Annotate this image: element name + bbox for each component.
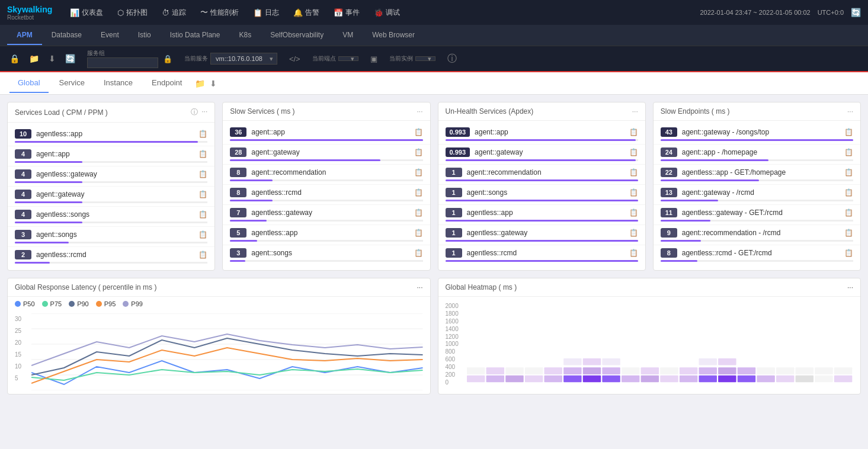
tab-k8s[interactable]: K8s — [229, 26, 261, 45]
heatmap-more-icon[interactable]: ··· — [847, 283, 853, 291]
more-icon[interactable]: ··· — [632, 107, 638, 116]
more-icon[interactable]: ··· — [201, 107, 207, 117]
copy-icon[interactable]: 📋 — [844, 249, 853, 257]
copy-icon[interactable]: 📋 — [198, 170, 207, 178]
service-bar: 🔒 📁 ⬇ 🔄 服务组 🔒 当前服务 vm::10.76.0.108 </> 当… — [0, 46, 868, 72]
copy-icon[interactable]: 📋 — [629, 168, 638, 177]
event-icon: 📅 — [334, 8, 343, 17]
tab-istio-data-plane[interactable]: Istio Data Plane — [161, 26, 230, 45]
row-inner: 1 agentless::gateway 📋 — [446, 228, 638, 242]
refresh-icon[interactable]: 🔄 — [63, 52, 78, 66]
nav-log[interactable]: 📋 日志 — [247, 5, 285, 20]
badge: 3 — [230, 248, 246, 258]
svg-rect-38 — [699, 367, 716, 374]
info-icon-panel[interactable]: ⓘ — [191, 107, 198, 117]
service-name: agentless::rcmd — [36, 251, 194, 259]
progress-bar — [446, 139, 638, 141]
copy-icon[interactable]: 📋 — [198, 210, 207, 219]
svg-rect-31 — [563, 367, 581, 374]
nav-event[interactable]: 📅 事件 — [328, 5, 366, 20]
tab-istio[interactable]: Istio — [129, 26, 161, 45]
nav-dashboard[interactable]: 📊 仪表盘 — [64, 5, 109, 20]
endpoint-name: agent::recommendation - /rcmd — [682, 229, 840, 237]
tab-web-browser[interactable]: Web Browser — [363, 26, 424, 45]
copy-icon[interactable]: 📋 — [198, 150, 207, 158]
tab-apm[interactable]: APM — [7, 26, 42, 45]
copy-icon[interactable]: 📋 — [629, 209, 638, 217]
service-name: agentless::gateway — [467, 229, 624, 237]
copy-icon[interactable]: 📋 — [629, 148, 638, 156]
more-icon[interactable]: ··· — [847, 107, 853, 116]
copy-icon[interactable]: 📋 — [414, 249, 423, 257]
latency-more-icon[interactable]: ··· — [417, 283, 422, 291]
list-item: 13 agent::gateway - /rcmd 📋 — [654, 185, 860, 205]
progress-bar — [230, 159, 422, 161]
svg-rect-49 — [602, 358, 620, 365]
copy-icon[interactable]: 📋 — [844, 188, 853, 197]
copy-icon[interactable]: 📋 — [844, 128, 853, 136]
svg-rect-51 — [718, 358, 736, 365]
list-item: 36 agent::app 📋 — [223, 124, 430, 145]
copy-icon[interactable]: 📋 — [844, 148, 853, 156]
copy-icon[interactable]: 📋 — [198, 190, 207, 198]
subtab-instance[interactable]: Instance — [95, 73, 141, 93]
nav-trace[interactable]: ⏱ 追踪 — [156, 5, 192, 20]
folder-icon[interactable]: 📁 — [27, 52, 41, 66]
copy-icon[interactable]: 📋 — [414, 168, 423, 177]
subtab-service[interactable]: Service — [51, 73, 93, 93]
copy-icon[interactable]: 📋 — [414, 188, 423, 197]
badge: 4 — [15, 190, 31, 199]
copy-icon[interactable]: 📋 — [844, 209, 853, 217]
current-instance-value[interactable] — [415, 56, 435, 61]
row-top: 9 agent::recommendation - /rcmd 📋 — [661, 228, 853, 238]
copy-icon[interactable]: 📋 — [629, 188, 638, 197]
current-endpoint-value[interactable] — [338, 56, 358, 61]
nav-profiling[interactable]: 〜 性能剖析 — [194, 5, 245, 20]
subtab-endpoint[interactable]: Endpoint — [143, 73, 190, 93]
tab-database[interactable]: Database — [42, 26, 91, 45]
copy-icon[interactable]: 📋 — [414, 128, 423, 136]
copy-icon[interactable]: 📋 — [629, 229, 638, 237]
row-top: 8 agent::recommendation 📋 — [230, 168, 422, 177]
svg-rect-14 — [622, 376, 639, 383]
heatmap-area: 2000180016001400120010008006004002000 — [438, 297, 861, 392]
panel-slow-services-body: 36 agent::app 📋 28 agent::gateway 📋 — [223, 121, 430, 268]
copy-icon[interactable]: 📋 — [414, 209, 423, 217]
row-top: 43 agent::gateway - /songs/top 📋 — [661, 127, 853, 137]
panel-actions: ··· — [847, 107, 853, 116]
refresh-button[interactable]: 🔄 — [851, 8, 861, 17]
copy-icon[interactable]: 📋 — [629, 249, 638, 257]
svg-rect-15 — [640, 376, 658, 383]
nav-alarm[interactable]: 🔔 告警 — [287, 5, 325, 20]
download-icon[interactable]: ⬇ — [46, 52, 58, 66]
folder-tab-icon[interactable]: 📁 — [195, 79, 205, 88]
tab-event[interactable]: Event — [91, 26, 129, 45]
info-icon[interactable]: ⓘ — [447, 53, 457, 65]
copy-icon[interactable]: 📋 — [198, 130, 207, 138]
row-top: 13 agent::gateway - /rcmd 📋 — [661, 188, 853, 197]
svg-rect-10 — [544, 376, 562, 383]
current-service-value[interactable]: vm::10.76.0.108 — [210, 53, 277, 65]
copy-icon[interactable]: 📋 — [414, 229, 423, 237]
badge: 8 — [230, 188, 246, 197]
more-icon[interactable]: ··· — [417, 107, 422, 116]
subtab-global[interactable]: Global — [9, 73, 49, 93]
nav-debug[interactable]: 🐞 调试 — [368, 5, 406, 20]
tab-vm[interactable]: VM — [333, 26, 363, 45]
row-inner: 8 agent::recommendation 📋 — [230, 168, 422, 181]
copy-icon[interactable]: 📋 — [198, 251, 207, 259]
svg-rect-42 — [776, 367, 794, 374]
download-tab-icon[interactable]: ⬇ — [210, 79, 217, 88]
row-inner: 1 agentless::rcmd 📋 — [446, 248, 638, 262]
copy-icon[interactable]: 📋 — [844, 229, 853, 237]
tab-selfobservability[interactable]: SelfObservability — [261, 26, 333, 45]
copy-icon[interactable]: 📋 — [414, 148, 423, 156]
svg-rect-12 — [582, 376, 600, 383]
service-group-input[interactable] — [87, 57, 158, 68]
svg-rect-44 — [815, 367, 832, 374]
copy-icon[interactable]: 📋 — [629, 128, 638, 136]
progress-bar — [230, 260, 422, 262]
nav-topology[interactable]: ⬡ 拓扑图 — [111, 5, 153, 20]
copy-icon[interactable]: 📋 — [198, 230, 207, 239]
copy-icon[interactable]: 📋 — [844, 168, 853, 177]
